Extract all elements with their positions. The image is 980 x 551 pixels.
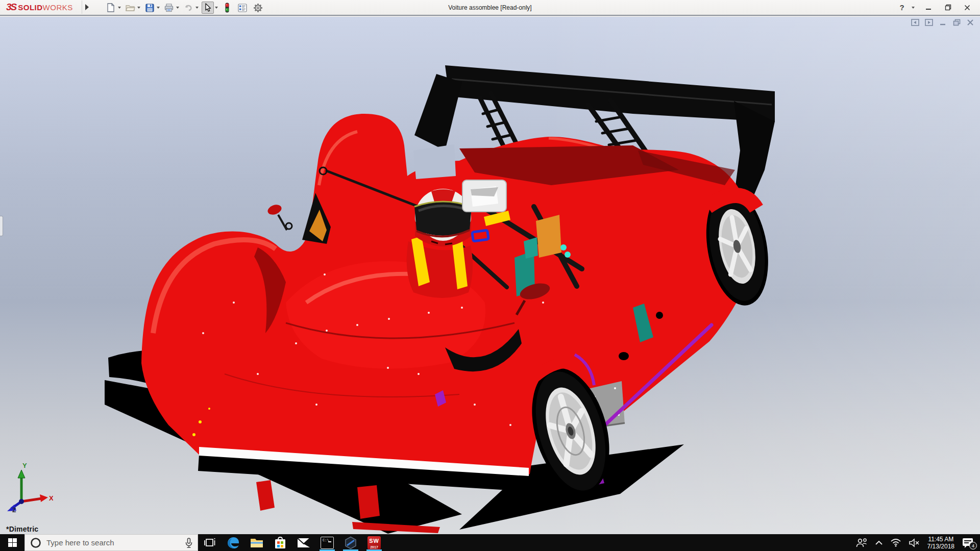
print-button[interactable] [163,2,175,14]
pane-right-button[interactable] [924,18,934,27]
print-dropdown[interactable] [175,2,180,14]
brand-bold: SOLID [18,3,42,12]
stoplight-icon [224,3,230,13]
triad-z-label: Z [12,507,16,513]
print-icon [164,4,174,12]
edrawings-hexagon-icon [344,536,357,549]
volume-muted-icon [909,538,920,547]
triad-x-label: X [49,494,53,502]
solidworks-2017-icon: SW 2017 [368,536,381,549]
system-tray: 11:45 AM 7/13/2018 4 [852,534,980,551]
rearview-mirror [462,180,506,212]
edge-icon [227,536,240,549]
toolbar-flyout-button[interactable] [82,1,92,14]
graphics-viewport[interactable]: Y X Z *Dimetric [0,17,980,534]
search-input[interactable] [46,538,180,547]
cmd-icon: C:\ [321,537,334,549]
volume-button[interactable] [905,534,923,551]
save-button[interactable] [143,2,156,14]
restore-icon [945,4,951,11]
clock-time: 11:45 AM [927,536,954,543]
document-window-controls [911,18,975,27]
doc-restore-button[interactable] [952,18,961,27]
open-folder-icon [126,4,135,12]
standard-toolbar [105,1,264,14]
sw-year: 2017 [368,545,381,549]
chevron-up-icon [875,540,883,545]
taskbar-search[interactable] [24,534,198,551]
tray-overflow-button[interactable] [871,534,887,551]
taskbar-app-command-prompt[interactable]: C:\ [315,534,339,551]
wifi-button[interactable] [887,534,905,551]
rollcage-gap [413,144,456,179]
doc-minimize-button[interactable] [938,18,947,27]
select-dropdown[interactable] [214,2,219,14]
solidworks-logo-mark: 3S [6,2,16,13]
doc-close-button[interactable] [966,18,975,27]
properties-list-icon [238,4,247,12]
properties-button[interactable] [236,2,249,14]
taskbar-app-edrawings[interactable] [339,534,362,551]
minimize-button[interactable] [920,2,937,14]
task-view-icon [204,538,215,548]
view-orientation-label: *Dimetric [6,525,38,533]
select-cursor-icon [204,3,212,12]
save-floppy-icon [145,4,154,12]
wifi-icon [890,538,901,547]
pane-left-button[interactable] [911,18,920,27]
taskbar-app-solidworks[interactable]: SW 2017 [362,534,386,551]
doc-minimize-icon [939,19,946,26]
open-button[interactable] [124,2,136,14]
options-button[interactable] [252,2,264,14]
triad-y-label: Y [22,462,27,469]
rebuild-button[interactable] [221,2,233,14]
close-button[interactable] [959,2,976,14]
undo-dropdown[interactable] [194,2,200,14]
undo-icon [184,4,193,12]
orientation-triad: Y X Z [4,462,53,513]
pane-left-icon [911,19,919,26]
people-button[interactable] [852,534,871,551]
solidworks-logo[interactable]: 3S SOLIDWORKS [6,1,73,13]
car-3d-model [0,17,980,534]
sw-letters: SW [368,538,381,544]
help-dropdown[interactable] [911,2,916,14]
save-dropdown[interactable] [156,2,161,14]
minimize-icon [925,5,932,11]
new-document-dropdown[interactable] [117,2,122,14]
notification-badge: 4 [969,542,977,549]
store-icon [274,536,286,549]
start-button[interactable] [0,534,24,551]
orange-panel [536,215,561,258]
windows-taskbar: C:\ SW 2017 [0,534,980,551]
cortana-icon [30,537,41,548]
doc-close-icon [967,19,974,26]
open-dropdown[interactable] [136,2,141,14]
taskbar-app-mail[interactable] [292,534,315,551]
taskbar-clock[interactable]: 11:45 AM 7/13/2018 [923,536,959,550]
feature-panel-tab[interactable] [0,216,3,236]
new-document-button[interactable] [105,2,117,14]
doc-restore-icon [953,19,961,26]
windows-logo-icon [8,538,17,547]
select-button[interactable] [202,2,214,14]
gear-icon [253,3,263,13]
task-view-button[interactable] [198,534,222,551]
flyout-arrow-icon [85,4,89,10]
undo-button[interactable] [182,2,194,14]
close-icon [964,5,970,11]
restore-button[interactable] [939,2,957,14]
mail-icon [297,538,310,548]
help-button[interactable]: ? [895,3,909,12]
microphone-icon[interactable] [185,538,192,548]
taskbar-app-store[interactable] [268,534,292,551]
action-center-button[interactable]: 4 [959,534,980,551]
screen: 3S SOLIDWORKS [0,0,980,551]
titlebar: 3S SOLIDWORKS [0,0,980,16]
file-explorer-icon [250,537,263,548]
taskbar-app-edge[interactable] [222,534,245,551]
taskbar-app-file-explorer[interactable] [245,534,268,551]
new-document-icon [107,3,115,12]
brand-light: WORKS [43,3,73,12]
people-icon [855,538,868,548]
